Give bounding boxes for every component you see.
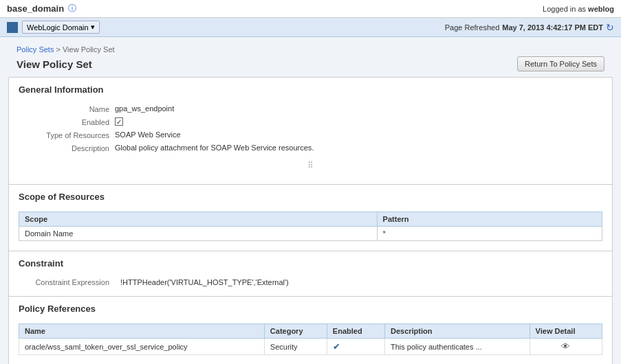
page-title: View Policy Set bbox=[17, 58, 92, 70]
scope-section-title: Scope of Resources bbox=[19, 192, 602, 205]
description-value: Global policy attachment for SOAP Web Se… bbox=[115, 144, 314, 152]
description-label: Description bbox=[19, 144, 115, 152]
policy-view-detail-cell: 👁 bbox=[530, 339, 602, 355]
domain-menu: WebLogic Domain ▾ bbox=[7, 21, 100, 34]
return-to-policy-sets-button[interactable]: Return To Policy Sets bbox=[517, 56, 604, 71]
domain-name: base_domain bbox=[7, 3, 64, 14]
domain-icon bbox=[7, 22, 18, 33]
policy-enabled-col-header: Enabled bbox=[327, 324, 384, 339]
logged-in-label: Logged in as bbox=[543, 5, 586, 13]
constraint-expression-value: !HTTPHeader('VIRTUAL_HOST_TYPE','Externa… bbox=[120, 278, 289, 286]
scope-of-resources-section: Scope of Resources Scope Pattern Domain … bbox=[9, 185, 612, 251]
name-value: gpa_ws_endpoint bbox=[115, 104, 174, 113]
policy-table-header-row: Name Category Enabled Description View D… bbox=[19, 324, 602, 339]
type-row: Type of Resources SOAP Web Service bbox=[19, 130, 602, 139]
drag-handle: ⠿ bbox=[19, 157, 602, 174]
dropdown-arrow-icon: ▾ bbox=[91, 23, 95, 32]
login-info: Logged in as weblog bbox=[543, 5, 614, 13]
page-refreshed-label: Page Refreshed bbox=[445, 23, 500, 32]
refresh-date: May 7, 2013 4:42:17 PM EDT bbox=[502, 23, 603, 32]
domain-menu-label: WebLogic Domain bbox=[27, 23, 89, 32]
policy-name-cell: oracle/wss_saml_token_over_ssl_service_p… bbox=[19, 339, 265, 355]
policy-enabled-checkmark: ✔ bbox=[333, 341, 340, 352]
enabled-checkbox: ✓ bbox=[115, 117, 123, 126]
page-refresh-info: Page Refreshed May 7, 2013 4:42:17 PM ED… bbox=[445, 22, 614, 33]
scope-col-header: Scope bbox=[19, 212, 378, 227]
breadcrumb-area: Policy Sets > View Policy Set View Polic… bbox=[0, 37, 621, 77]
refresh-icon[interactable]: ↻ bbox=[606, 22, 614, 33]
policy-category-col-header: Category bbox=[264, 324, 327, 339]
policy-description-col-header: Description bbox=[384, 324, 530, 339]
info-icon[interactable]: ⓘ bbox=[68, 3, 76, 14]
policy-category-cell: Security bbox=[264, 339, 327, 355]
constraint-expression-label: Constraint Expression bbox=[19, 278, 115, 286]
description-row: Description Global policy attachment for… bbox=[19, 144, 602, 152]
policy-description-cell: This policy authenticates ... bbox=[384, 339, 530, 355]
scope-table: Scope Pattern Domain Name * bbox=[19, 212, 602, 241]
scope-table-header-row: Scope Pattern bbox=[19, 212, 602, 227]
breadcrumb: Policy Sets > View Policy Set bbox=[8, 41, 613, 55]
scope-cell: Domain Name bbox=[19, 227, 378, 241]
enabled-label: Enabled bbox=[19, 117, 115, 126]
breadcrumb-current: View Policy Set bbox=[63, 45, 115, 54]
pattern-col-header: Pattern bbox=[377, 212, 602, 227]
general-information-section: General Information Name gpa_ws_endpoint… bbox=[9, 78, 612, 185]
table-row: oracle/wss_saml_token_over_ssl_service_p… bbox=[19, 339, 602, 355]
weblogic-domain-dropdown[interactable]: WebLogic Domain ▾ bbox=[22, 21, 100, 34]
policy-view-detail-col-header: View Detail bbox=[530, 324, 602, 339]
page-title-row: View Policy Set Return To Policy Sets bbox=[8, 55, 613, 77]
name-row: Name gpa_ws_endpoint bbox=[19, 104, 602, 113]
enabled-value: ✓ bbox=[115, 117, 123, 126]
policy-references-section: Policy References Name Category Enabled … bbox=[9, 297, 612, 364]
top-bar: base_domain ⓘ Logged in as weblog bbox=[0, 0, 621, 18]
constraint-section: Constraint Constraint Expression !HTTPHe… bbox=[9, 251, 612, 297]
type-value: SOAP Web Service bbox=[115, 130, 181, 139]
policy-name-col-header: Name bbox=[19, 324, 265, 339]
constraint-row: Constraint Expression !HTTPHeader('VIRTU… bbox=[19, 278, 602, 286]
policy-references-title: Policy References bbox=[19, 304, 602, 317]
breadcrumb-separator: > bbox=[56, 45, 60, 54]
table-row: Domain Name * bbox=[19, 227, 602, 241]
view-detail-icon[interactable]: 👁 bbox=[561, 341, 570, 352]
policy-enabled-cell: ✔ bbox=[327, 339, 384, 355]
name-label: Name bbox=[19, 104, 115, 113]
main-content: General Information Name gpa_ws_endpoint… bbox=[8, 77, 613, 364]
sub-bar: WebLogic Domain ▾ Page Refreshed May 7, … bbox=[0, 18, 621, 37]
constraint-section-title: Constraint bbox=[19, 258, 602, 271]
policy-sets-link[interactable]: Policy Sets bbox=[17, 45, 54, 54]
general-information-title: General Information bbox=[19, 84, 602, 98]
pattern-cell: * bbox=[377, 227, 602, 241]
policy-references-table: Name Category Enabled Description View D… bbox=[19, 323, 602, 355]
domain-info: base_domain ⓘ bbox=[7, 3, 76, 14]
type-label: Type of Resources bbox=[19, 130, 115, 139]
username: weblog bbox=[588, 5, 614, 13]
enabled-row: Enabled ✓ bbox=[19, 117, 602, 126]
